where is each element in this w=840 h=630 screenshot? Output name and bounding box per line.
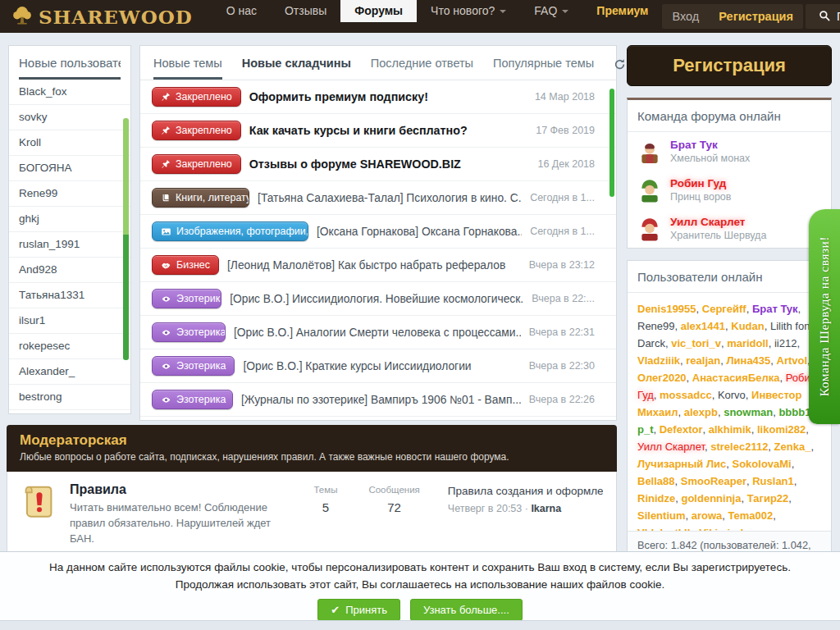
online-user[interactable]: Rinidze <box>637 492 675 504</box>
online-user[interactable]: Rene99 <box>637 320 675 332</box>
new-user-item[interactable]: Kroll <box>9 130 130 156</box>
thread-badge-бизнес[interactable]: Бизнес <box>152 255 219 275</box>
thread-row[interactable]: Эзотерика[Орис В.О.] Аналогии Смерти чел… <box>140 316 616 349</box>
thread-badge-эзотерика[interactable]: Эзотерика <box>152 322 226 342</box>
online-user[interactable]: Ruslan1 <box>752 475 794 487</box>
online-user[interactable]: Сергейff <box>702 303 746 315</box>
tab-популярные-темы[interactable]: Популярные темы <box>493 57 594 77</box>
member-name[interactable]: Робин Гуд <box>670 177 731 189</box>
forum-node-title[interactable]: Правила <box>70 482 290 497</box>
thread-title[interactable]: Отзывы о форуме SHAREWOOD.BIZ <box>249 158 461 171</box>
online-user[interactable]: arowa <box>692 509 723 522</box>
online-user[interactable]: АнастасияБелка <box>692 372 780 384</box>
online-user[interactable]: alexpb <box>684 406 718 418</box>
tab-новые-темы[interactable]: Новые темы <box>153 57 222 80</box>
online-user[interactable]: Олег2020 <box>637 372 687 384</box>
threads-scrollbar[interactable] <box>609 89 614 197</box>
tab-последние-ответы[interactable]: Последние ответы <box>371 57 473 77</box>
thread-title[interactable]: Оформить премиум подписку! <box>249 90 428 103</box>
nav-item-о-нас[interactable]: О нас <box>212 0 271 22</box>
thread-title[interactable]: [Орис В.О.] Ииссиидиология. Новейшие кос… <box>230 293 523 305</box>
thread-badge-эзотерика[interactable]: Эзотерика <box>152 390 233 409</box>
monk-avatar[interactable] <box>637 139 662 164</box>
thread-title[interactable]: [Журналы по эзотерике] Вампиръ 1906 №01 … <box>241 394 521 406</box>
online-user[interactable]: maridoll <box>727 337 769 349</box>
thread-title[interactable]: [Орис В.О.] Аналогии Смерти человека с п… <box>234 326 521 339</box>
online-user[interactable]: alex1441 <box>681 320 725 332</box>
online-user[interactable]: p_t <box>637 423 654 436</box>
left-panel-scrollbar[interactable] <box>123 118 129 360</box>
nav-item-faq[interactable]: FAQ <box>520 0 582 22</box>
online-user[interactable]: Denis19955 <box>637 303 696 315</box>
refresh-icon[interactable] <box>614 58 626 73</box>
online-user[interactable]: Уилл Скарлет <box>637 441 705 453</box>
new-user-item[interactable]: rokepesec <box>9 334 130 359</box>
online-user[interactable]: Vladziiik <box>637 354 680 367</box>
registration-button[interactable]: Регистрация <box>627 45 832 86</box>
brand-logo[interactable]: SHAREWOOD <box>0 0 203 33</box>
online-user[interactable]: ii212 <box>774 337 797 349</box>
new-user-item[interactable]: ruslan_1991 <box>9 232 130 258</box>
new-user-item[interactable]: sovky <box>9 105 130 130</box>
thread-title[interactable]: [Леонид Малолётов] Как быстро набрать ре… <box>227 259 505 272</box>
new-user-item[interactable]: ghkj <box>9 207 130 232</box>
online-user[interactable]: Tema002 <box>728 509 774 522</box>
online-user[interactable]: Artvol <box>777 354 808 367</box>
online-user[interactable]: snowman <box>724 406 773 418</box>
sherwood-chat-tab[interactable]: Команда Шервуда на связи! <box>809 209 840 424</box>
thread-badge-эзотерика[interactable]: Эзотерика <box>152 289 221 308</box>
online-user[interactable]: Bella88 <box>637 475 675 487</box>
online-user[interactable]: Defextor <box>660 423 703 436</box>
nav-item-отзывы[interactable]: Отзывы <box>271 0 340 22</box>
online-user[interactable]: Лина435 <box>726 354 770 367</box>
cookie-learn-more-button[interactable]: Узнать больше.... <box>410 599 523 621</box>
thread-badge-книги-литература[interactable]: Книги, литература <box>152 188 249 208</box>
online-user[interactable]: Korvo <box>718 389 746 401</box>
thread-row[interactable]: Изображения, фотографии, видео[Оксана Го… <box>140 215 616 249</box>
thread-title[interactable]: [Оксана Горнакова] Оксана Горнакова... <box>317 226 522 238</box>
tab-новые-складчины[interactable]: Новые складчины <box>242 57 351 77</box>
member-name[interactable]: Брат Тук <box>670 139 750 151</box>
nav-item-премиум[interactable]: Премиум <box>582 0 662 22</box>
register-link[interactable]: Регистрация <box>709 10 803 23</box>
thread-row[interactable]: ЗакрепленоОформить премиум подписку!14 М… <box>140 80 616 114</box>
thread-badge-изображения-фотографии-видео[interactable]: Изображения, фотографии, видео <box>152 221 308 241</box>
will-avatar[interactable] <box>637 217 662 241</box>
online-user[interactable]: realjan <box>686 354 720 367</box>
thread-title[interactable]: [Татьяна Салахиева-Талал] Психология в к… <box>258 192 522 204</box>
online-user[interactable]: alkhimik <box>709 423 751 436</box>
search-button[interactable]: Поиск <box>806 4 840 29</box>
last-post-author[interactable]: Ikarna <box>531 503 561 514</box>
online-user[interactable]: Kudan <box>731 320 764 332</box>
thread-badge-закреплено[interactable]: Закреплено <box>152 87 241 107</box>
member-name[interactable]: Уилл Скарлет <box>670 216 766 228</box>
new-user-item[interactable]: Rene99 <box>9 181 130 207</box>
thread-title[interactable]: Как качать курсы и книги бесплатно? <box>249 124 468 137</box>
online-user[interactable]: SokolovaMi <box>733 458 792 470</box>
robin-avatar[interactable] <box>637 178 662 203</box>
thread-row[interactable]: Эзотерика[Журналы по эзотерике] Вампиръ … <box>140 383 616 417</box>
thread-row[interactable]: ЗакрепленоКак качать курсы и книги беспл… <box>140 114 616 148</box>
online-user[interactable]: Silentium <box>637 509 686 522</box>
new-user-item[interactable]: ilsur1 <box>9 308 130 334</box>
thread-row[interactable]: Книги, литература[Татьяна Салахиева-Тала… <box>140 181 616 215</box>
online-user[interactable]: Тагир22 <box>747 492 789 504</box>
online-user[interactable]: SmooReaper <box>681 475 746 487</box>
nav-item-форумы[interactable]: Форумы <box>340 0 417 22</box>
thread-row[interactable]: ЗакрепленоОтзывы о форуме SHAREWOOD.BIZ1… <box>140 148 616 181</box>
thread-row[interactable]: Эзотерика[Орис В.О.] Ииссиидиология. Нов… <box>140 282 616 316</box>
thread-row[interactable]: Эзотерика[Орис В.О.] Краткие курсы Иисси… <box>140 349 616 383</box>
thread-title[interactable]: [Орис В.О.] Краткие курсы Ииссиидиологии <box>243 360 471 372</box>
thread-badge-эзотерика[interactable]: Эзотерика <box>152 356 235 376</box>
online-user[interactable]: Брат Тук <box>752 303 798 315</box>
new-user-item[interactable]: bestrong <box>9 385 130 410</box>
new-user-item[interactable]: Татьяна1331 <box>9 283 130 308</box>
moderator-category-header[interactable]: Модераторская Любые вопросы о работе сай… <box>7 425 617 472</box>
online-user[interactable]: mossadcc <box>660 389 712 401</box>
online-user[interactable]: goldenninja <box>681 492 741 504</box>
thread-badge-закреплено[interactable]: Закреплено <box>152 154 241 174</box>
cookie-accept-button[interactable]: Принять <box>317 599 400 621</box>
new-user-item[interactable]: БОГОЯНА <box>9 156 130 181</box>
online-user[interactable]: vic_tori_v <box>671 337 721 349</box>
online-user[interactable]: Лучизарный Лис <box>637 458 726 470</box>
